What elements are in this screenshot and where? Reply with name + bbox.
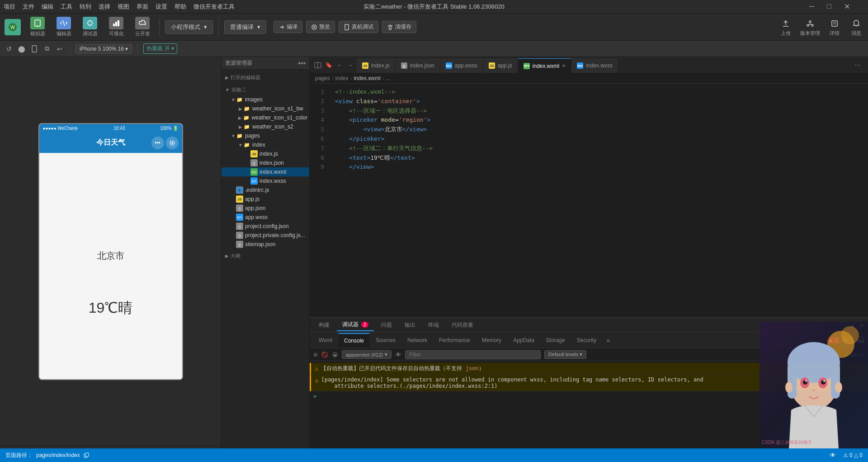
tree-item-app-js[interactable]: JS app.js [222, 195, 309, 204]
tree-item-weather-color[interactable]: ▶ 📁 weather_icon_s1_color [222, 113, 309, 122]
console-input-line[interactable]: > [310, 391, 868, 401]
devtools-tab-storage[interactable]: Storage [541, 333, 571, 348]
status-copy-icon[interactable] [84, 452, 89, 458]
devtools-dock-icon[interactable] [858, 337, 864, 344]
devtools-more-icon[interactable]: » [603, 337, 613, 344]
tree-item-sitemap[interactable]: {} sitemap.json [222, 240, 309, 249]
menu-item-file[interactable]: 文件 [23, 3, 34, 11]
tab-index-json[interactable]: {} index.json [396, 58, 440, 73]
tree-item-app-json[interactable]: {} app.json [222, 204, 309, 213]
tab-code-quality[interactable]: 代码质量 [446, 319, 479, 331]
console-input[interactable] [319, 393, 864, 400]
devtools-tab-wxml[interactable]: Wxml [313, 333, 338, 348]
hotreload-toggle[interactable]: 热重载 开 ▾ [143, 43, 177, 54]
eye-console-icon[interactable]: 👁 [395, 351, 401, 358]
console-stop-icon[interactable]: ▶ [332, 352, 338, 358]
code-content[interactable]: <!--index.wxml--> <view class='container… [328, 84, 868, 317]
tree-item-project-private[interactable]: {} project.private.config.js... [222, 231, 309, 240]
tree-item-index-folder[interactable]: ▼ 📁 index [222, 140, 309, 149]
menu-item-select[interactable]: 选择 [99, 3, 110, 11]
compile-button[interactable]: 编译 [274, 21, 302, 33]
bookmark-icon[interactable]: 🔖 [324, 61, 333, 70]
debugger-button[interactable]: 调试器 [79, 15, 101, 39]
tree-item-index-wxss[interactable]: WX index.wxss [222, 176, 309, 186]
simulator-button[interactable]: 模拟器 [26, 15, 49, 39]
tree-item-weather-s2[interactable]: ▶ 📁 weather_icon_s2 [222, 122, 309, 131]
open-editors-label[interactable]: ▶ 打开的编辑器 [222, 72, 309, 83]
devtools-tab-memory[interactable]: Memory [476, 333, 507, 348]
tab-output[interactable]: 输出 [399, 319, 421, 331]
phone-frame-icon[interactable] [30, 44, 39, 53]
refresh-icon[interactable]: ↺ [5, 44, 14, 53]
visualize-button[interactable]: 可视化 [105, 15, 127, 39]
tab-problems[interactable]: 问题 [376, 319, 397, 331]
editor-button[interactable]: 编辑器 [52, 15, 75, 39]
status-path[interactable]: pages/index/index [36, 452, 80, 458]
tree-item-app-wxss[interactable]: WX app.wxss [222, 213, 309, 222]
maximize-button[interactable]: □ [827, 2, 831, 11]
collapse-panel-icon[interactable]: ▲ [849, 322, 855, 329]
tab-index-js[interactable]: JS index.js [357, 58, 396, 73]
tree-item-index-js[interactable]: JS index.js [222, 149, 309, 158]
device-select[interactable]: iPhone 5 100% 16 ▾ [75, 44, 132, 53]
menu-item-project[interactable]: 项目 [4, 3, 15, 11]
phone-content[interactable]: 北京市 19℃晴 [39, 153, 182, 379]
menu-item-help[interactable]: 帮助 [175, 3, 186, 11]
project-label[interactable]: ▼ 实验二 [222, 85, 309, 95]
console-execute-icon[interactable]: ⊘ [313, 352, 318, 358]
tab-debugger[interactable]: 调试器 2 [337, 319, 374, 331]
message-button[interactable]: 消息 [849, 17, 863, 37]
split-icon[interactable] [313, 61, 322, 70]
tab-index-wxml[interactable]: WX index.wxml ✕ [518, 58, 571, 73]
preview-button[interactable]: 预览 [306, 21, 335, 33]
stop-icon[interactable]: ⬤ [17, 44, 26, 53]
tree-item-index-json[interactable]: {} index.json [222, 158, 309, 167]
copy-icon[interactable]: ⧉ [42, 44, 52, 53]
console-clear-icon[interactable]: 🚫 [321, 352, 328, 358]
clear-cache-button[interactable]: 清缓存 [382, 21, 416, 33]
tabs-overflow-icon[interactable]: ⋯ [851, 62, 864, 69]
outline-label[interactable]: ▶ 大纲 [222, 251, 309, 261]
devtools-tab-security[interactable]: Security [571, 333, 602, 348]
tree-item-eslintrc[interactable]: ● .eslintrc.js [222, 186, 309, 195]
menu-item-edit[interactable]: 编辑 [42, 3, 53, 11]
log-level-select[interactable]: Default levels ▾ [544, 350, 586, 359]
tree-item-weather-bw[interactable]: ▶ 📁 weather_icon_s1_bw [222, 104, 309, 113]
tab-build[interactable]: 构建 [313, 319, 335, 331]
breadcrumb-file[interactable]: index.wxml [354, 75, 380, 81]
devtools-tab-appdata[interactable]: AppData [508, 333, 540, 348]
devtools-more-options-icon[interactable]: ⋮ [850, 337, 856, 344]
devtools-tab-performance[interactable]: Performance [434, 333, 476, 348]
menu-item-tools[interactable]: 工具 [61, 3, 72, 11]
phone-settings-icon[interactable] [166, 137, 179, 149]
devtools-tab-console[interactable]: Console [339, 333, 369, 348]
forward-icon[interactable]: → [346, 61, 355, 70]
status-eye-icon[interactable]: 👁 [830, 452, 836, 459]
tab-close-index-wxml[interactable]: ✕ [562, 63, 566, 68]
console-filter-input[interactable] [405, 350, 541, 359]
appservice-select[interactable]: appservice (#12) ▾ [342, 350, 392, 359]
devtools-tab-network[interactable]: Network [402, 333, 433, 348]
close-button[interactable]: ✕ [844, 2, 850, 11]
filetree-more-icon[interactable]: ••• [298, 59, 306, 67]
code-editor[interactable]: 1 2 3 4 5 6 7 8 9 <!--index.wxml--> <vie… [310, 84, 868, 317]
devtools-settings-icon[interactable]: ⚙ [842, 337, 848, 344]
minimize-button[interactable]: ─ [809, 2, 814, 11]
devtools-tab-sources[interactable]: Sources [370, 333, 401, 348]
tree-item-pages[interactable]: ▼ 📁 pages [222, 131, 309, 140]
close-panel-icon[interactable]: ✕ [859, 322, 864, 329]
breadcrumb-index[interactable]: index [335, 75, 349, 81]
menu-item-interface[interactable]: 界面 [137, 3, 148, 11]
tree-item-index-wxml[interactable]: WX index.wxml [222, 167, 309, 176]
upload-button[interactable]: 上传 [778, 17, 793, 37]
menu-item-view[interactable]: 视图 [118, 3, 129, 11]
cloud-button[interactable]: 云开发 [131, 15, 154, 39]
detail-button[interactable]: 详情 [827, 17, 842, 37]
menu-item-goto[interactable]: 转到 [80, 3, 91, 11]
real-machine-button[interactable]: 真机调试 [339, 21, 378, 33]
menu-item-settings[interactable]: 设置 [156, 3, 167, 11]
tab-index-wxss[interactable]: WX index.wxss [571, 58, 618, 73]
tab-terminal[interactable]: 终端 [423, 319, 444, 331]
tab-app-js[interactable]: JS app.js [483, 58, 518, 73]
mode-select[interactable]: 小程序模式 ▾ [165, 20, 213, 34]
